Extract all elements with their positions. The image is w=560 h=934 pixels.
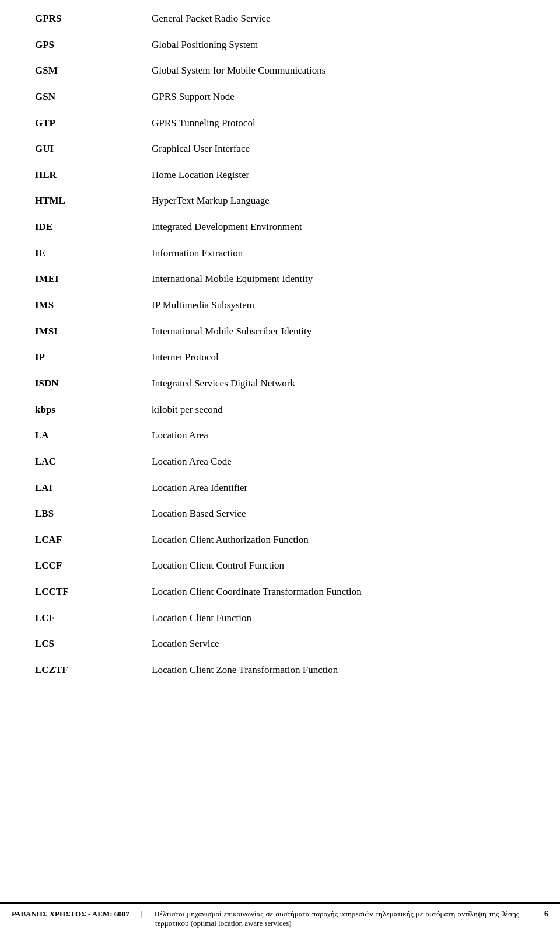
- abbreviation: LCF: [35, 605, 152, 632]
- table-row: IMSIP Multimedia Subsystem: [35, 292, 525, 319]
- abbreviation: GSM: [35, 58, 152, 84]
- table-row: LCCFLocation Client Control Function: [35, 553, 525, 579]
- footer-divider: |: [141, 909, 143, 919]
- footer-page: 6: [531, 909, 548, 919]
- table-row: LCSLocation Service: [35, 631, 525, 657]
- definition: Location Client Authorization Function: [152, 527, 525, 553]
- abbreviation: GPS: [35, 32, 152, 58]
- table-row: LCFLocation Client Function: [35, 605, 525, 632]
- table-row: IEInformation Extraction: [35, 241, 525, 267]
- definition: Global System for Mobile Communications: [152, 58, 525, 84]
- abbreviation: GTP: [35, 110, 152, 137]
- table-row: LACLocation Area Code: [35, 449, 525, 475]
- definition: Location Area: [152, 423, 525, 449]
- definition: Location Area Identifier: [152, 475, 525, 501]
- abbreviation: ISDN: [35, 371, 152, 397]
- table-row: GPSGlobal Positioning System: [35, 32, 525, 58]
- definition: Global Positioning System: [152, 32, 525, 58]
- abbreviation: IDE: [35, 214, 152, 241]
- definition: Location Client Function: [152, 605, 525, 632]
- footer-author: ΡΑΒΑΝΗΣ ΧΡΗΣΤΟΣ - ΑΕΜ: 6007: [12, 909, 130, 919]
- abbreviation: LCCTF: [35, 579, 152, 605]
- table-row: GSMGlobal System for Mobile Communicatio…: [35, 58, 525, 84]
- definition: Home Location Register: [152, 162, 525, 189]
- abbreviation: LA: [35, 423, 152, 449]
- abbreviation: kbps: [35, 397, 152, 423]
- abbreviation: GUI: [35, 136, 152, 162]
- table-row: IPInternet Protocol: [35, 344, 525, 371]
- table-row: IDEIntegrated Development Environment: [35, 214, 525, 241]
- abbreviation: LBS: [35, 501, 152, 527]
- definition: Integrated Services Digital Network: [152, 371, 525, 397]
- abbreviation: LCZTF: [35, 657, 152, 684]
- abbreviation: LCCF: [35, 553, 152, 579]
- abbreviation: IE: [35, 241, 152, 267]
- table-row: GPRSGeneral Packet Radio Service: [35, 6, 525, 32]
- table-row: LBSLocation Based Service: [35, 501, 525, 527]
- main-content: GPRSGeneral Packet Radio ServiceGPSGloba…: [0, 0, 560, 689]
- abbreviation: IMSI: [35, 319, 152, 345]
- footer-description: Βέλτιστοι μηχανισμοί επικοινωνίας σε συσ…: [155, 909, 519, 928]
- definition: HyperText Markup Language: [152, 188, 525, 214]
- definition: Location Service: [152, 631, 525, 657]
- table-row: GTPGPRS Tunneling Protocol: [35, 110, 525, 137]
- abbreviation: HTML: [35, 188, 152, 214]
- footer: ΡΑΒΑΝΗΣ ΧΡΗΣΤΟΣ - ΑΕΜ: 6007 | Βέλτιστοι …: [0, 902, 560, 934]
- abbreviation: LCS: [35, 631, 152, 657]
- abbreviation: IMEI: [35, 266, 152, 292]
- table-row: HLRHome Location Register: [35, 162, 525, 189]
- abbreviation: LAI: [35, 475, 152, 501]
- abbreviation: LAC: [35, 449, 152, 475]
- table-row: GSNGPRS Support Node: [35, 84, 525, 110]
- table-row: LAILocation Area Identifier: [35, 475, 525, 501]
- abbreviation: GSN: [35, 84, 152, 110]
- table-row: IMEIInternational Mobile Equipment Ident…: [35, 266, 525, 292]
- definition: GPRS Tunneling Protocol: [152, 110, 525, 137]
- definition: GPRS Support Node: [152, 84, 525, 110]
- table-row: IMSIInternational Mobile Subscriber Iden…: [35, 319, 525, 345]
- abbreviation: HLR: [35, 162, 152, 189]
- definition: Integrated Development Environment: [152, 214, 525, 241]
- definition: Information Extraction: [152, 241, 525, 267]
- definition: Graphical User Interface: [152, 136, 525, 162]
- definition: IP Multimedia Subsystem: [152, 292, 525, 319]
- abbreviation: LCAF: [35, 527, 152, 553]
- abbreviation: IMS: [35, 292, 152, 319]
- table-row: LCAFLocation Client Authorization Functi…: [35, 527, 525, 553]
- table-row: kbpskilobit per second: [35, 397, 525, 423]
- definition: Location Client Zone Transformation Func…: [152, 657, 525, 684]
- acronym-table: GPRSGeneral Packet Radio ServiceGPSGloba…: [35, 6, 525, 684]
- definition: Location Based Service: [152, 501, 525, 527]
- table-row: LCCTFLocation Client Coordinate Transfor…: [35, 579, 525, 605]
- definition: International Mobile Subscriber Identity: [152, 319, 525, 345]
- definition: Location Client Control Function: [152, 553, 525, 579]
- definition: International Mobile Equipment Identity: [152, 266, 525, 292]
- definition: Internet Protocol: [152, 344, 525, 371]
- table-row: GUIGraphical User Interface: [35, 136, 525, 162]
- table-row: LCZTFLocation Client Zone Transformation…: [35, 657, 525, 684]
- definition: kilobit per second: [152, 397, 525, 423]
- abbreviation: GPRS: [35, 6, 152, 32]
- table-row: HTMLHyperText Markup Language: [35, 188, 525, 214]
- definition: General Packet Radio Service: [152, 6, 525, 32]
- definition: Location Area Code: [152, 449, 525, 475]
- table-row: LALocation Area: [35, 423, 525, 449]
- definition: Location Client Coordinate Transformatio…: [152, 579, 525, 605]
- abbreviation: IP: [35, 344, 152, 371]
- table-row: ISDNIntegrated Services Digital Network: [35, 371, 525, 397]
